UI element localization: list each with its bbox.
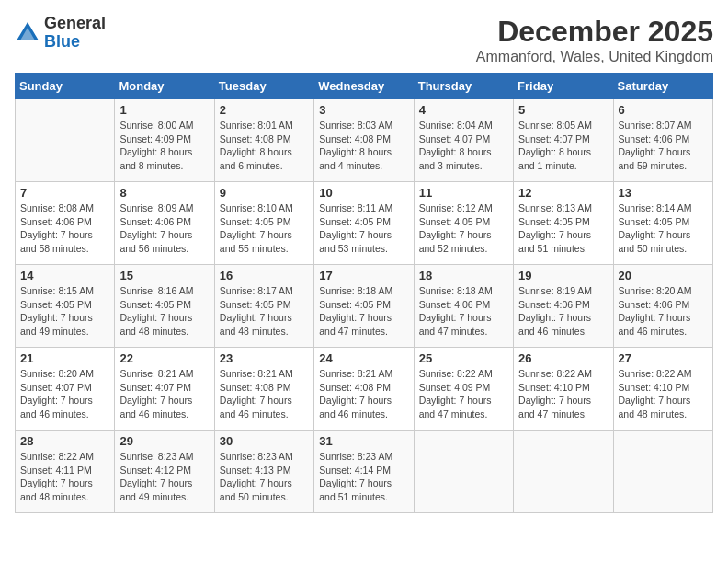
day-info: Sunrise: 8:22 AMSunset: 4:09 PMDaylight:… bbox=[419, 367, 508, 421]
calendar-day-cell: 7Sunrise: 8:08 AMSunset: 4:06 PMDaylight… bbox=[16, 182, 115, 265]
calendar-day-cell: 9Sunrise: 8:10 AMSunset: 4:05 PMDaylight… bbox=[214, 182, 313, 265]
page-header: General Blue December 2025 Ammanford, Wa… bbox=[15, 15, 713, 65]
day-number: 25 bbox=[419, 351, 508, 365]
calendar-day-cell: 18Sunrise: 8:18 AMSunset: 4:06 PMDayligh… bbox=[414, 265, 513, 348]
weekday-header-cell: Tuesday bbox=[214, 74, 313, 99]
day-info: Sunrise: 8:22 AMSunset: 4:10 PMDaylight:… bbox=[619, 367, 708, 421]
calendar-day-cell: 15Sunrise: 8:16 AMSunset: 4:05 PMDayligh… bbox=[115, 265, 214, 348]
day-info: Sunrise: 8:23 AMSunset: 4:14 PMDaylight:… bbox=[319, 450, 408, 504]
day-number: 16 bbox=[220, 269, 309, 282]
day-number: 30 bbox=[220, 434, 309, 448]
calendar-day-cell: 20Sunrise: 8:20 AMSunset: 4:06 PMDayligh… bbox=[613, 265, 712, 348]
day-number: 1 bbox=[119, 103, 209, 117]
day-info: Sunrise: 8:22 AMSunset: 4:11 PMDaylight:… bbox=[20, 450, 109, 504]
day-number: 13 bbox=[619, 186, 708, 200]
title-block: December 2025 Ammanford, Wales, United K… bbox=[476, 15, 713, 65]
month-title: December 2025 bbox=[476, 15, 713, 49]
day-info: Sunrise: 8:07 AMSunset: 4:06 PMDaylight:… bbox=[619, 119, 708, 173]
day-number: 8 bbox=[119, 186, 209, 200]
calendar-day-cell bbox=[16, 99, 115, 182]
day-info: Sunrise: 8:11 AMSunset: 4:05 PMDaylight:… bbox=[319, 201, 408, 256]
day-info: Sunrise: 8:09 AMSunset: 4:06 PMDaylight:… bbox=[119, 201, 209, 256]
calendar-day-cell bbox=[514, 431, 613, 513]
day-number: 24 bbox=[319, 351, 408, 365]
day-info: Sunrise: 8:20 AMSunset: 4:06 PMDaylight:… bbox=[619, 284, 708, 339]
calendar-day-cell: 5Sunrise: 8:05 AMSunset: 4:07 PMDaylight… bbox=[514, 99, 613, 182]
calendar-day-cell: 1Sunrise: 8:00 AMSunset: 4:09 PMDaylight… bbox=[115, 99, 214, 182]
weekday-header-cell: Thursday bbox=[414, 74, 513, 99]
day-number: 20 bbox=[619, 269, 708, 282]
day-number: 2 bbox=[220, 103, 309, 117]
day-number: 4 bbox=[419, 103, 508, 117]
logo-icon bbox=[15, 20, 40, 46]
day-info: Sunrise: 8:21 AMSunset: 4:08 PMDaylight:… bbox=[319, 367, 408, 421]
day-number: 19 bbox=[518, 269, 608, 282]
day-number: 31 bbox=[319, 434, 408, 448]
calendar-day-cell: 28Sunrise: 8:22 AMSunset: 4:11 PMDayligh… bbox=[16, 431, 115, 513]
calendar-week-row: 14Sunrise: 8:15 AMSunset: 4:05 PMDayligh… bbox=[16, 265, 713, 348]
calendar-day-cell: 25Sunrise: 8:22 AMSunset: 4:09 PMDayligh… bbox=[414, 348, 513, 431]
day-number: 28 bbox=[20, 434, 109, 448]
weekday-header-cell: Wednesday bbox=[314, 74, 414, 99]
day-info: Sunrise: 8:16 AMSunset: 4:05 PMDaylight:… bbox=[119, 284, 209, 339]
day-info: Sunrise: 8:21 AMSunset: 4:08 PMDaylight:… bbox=[220, 367, 309, 421]
calendar-day-cell: 6Sunrise: 8:07 AMSunset: 4:06 PMDaylight… bbox=[613, 99, 712, 182]
day-number: 15 bbox=[119, 269, 209, 282]
calendar-day-cell: 12Sunrise: 8:13 AMSunset: 4:05 PMDayligh… bbox=[514, 182, 613, 265]
day-info: Sunrise: 8:14 AMSunset: 4:05 PMDaylight:… bbox=[619, 201, 708, 256]
calendar-day-cell: 8Sunrise: 8:09 AMSunset: 4:06 PMDaylight… bbox=[115, 182, 214, 265]
logo-text: General Blue bbox=[44, 15, 106, 52]
day-info: Sunrise: 8:15 AMSunset: 4:05 PMDaylight:… bbox=[20, 284, 109, 339]
day-number: 5 bbox=[518, 103, 608, 117]
calendar-week-row: 7Sunrise: 8:08 AMSunset: 4:06 PMDaylight… bbox=[16, 182, 713, 265]
day-info: Sunrise: 8:05 AMSunset: 4:07 PMDaylight:… bbox=[518, 119, 608, 173]
calendar-day-cell: 22Sunrise: 8:21 AMSunset: 4:07 PMDayligh… bbox=[115, 348, 214, 431]
calendar-day-cell: 10Sunrise: 8:11 AMSunset: 4:05 PMDayligh… bbox=[314, 182, 414, 265]
calendar-week-row: 21Sunrise: 8:20 AMSunset: 4:07 PMDayligh… bbox=[16, 348, 713, 431]
day-info: Sunrise: 8:20 AMSunset: 4:07 PMDaylight:… bbox=[20, 367, 109, 421]
logo: General Blue bbox=[15, 15, 106, 52]
calendar-day-cell: 24Sunrise: 8:21 AMSunset: 4:08 PMDayligh… bbox=[314, 348, 414, 431]
day-info: Sunrise: 8:17 AMSunset: 4:05 PMDaylight:… bbox=[220, 284, 309, 339]
day-info: Sunrise: 8:19 AMSunset: 4:06 PMDaylight:… bbox=[518, 284, 608, 339]
day-info: Sunrise: 8:21 AMSunset: 4:07 PMDaylight:… bbox=[119, 367, 209, 421]
calendar-week-row: 28Sunrise: 8:22 AMSunset: 4:11 PMDayligh… bbox=[16, 431, 713, 513]
weekday-header-cell: Monday bbox=[115, 74, 214, 99]
location-subtitle: Ammanford, Wales, United Kingdom bbox=[476, 49, 713, 65]
calendar-day-cell: 19Sunrise: 8:19 AMSunset: 4:06 PMDayligh… bbox=[514, 265, 613, 348]
calendar-day-cell bbox=[613, 431, 712, 513]
day-number: 18 bbox=[419, 269, 508, 282]
weekday-header-cell: Sunday bbox=[16, 74, 115, 99]
calendar-body: 1Sunrise: 8:00 AMSunset: 4:09 PMDaylight… bbox=[16, 99, 713, 513]
calendar-day-cell: 11Sunrise: 8:12 AMSunset: 4:05 PMDayligh… bbox=[414, 182, 513, 265]
calendar-day-cell: 27Sunrise: 8:22 AMSunset: 4:10 PMDayligh… bbox=[613, 348, 712, 431]
day-info: Sunrise: 8:12 AMSunset: 4:05 PMDaylight:… bbox=[419, 201, 508, 256]
day-number: 6 bbox=[619, 103, 708, 117]
calendar-day-cell: 21Sunrise: 8:20 AMSunset: 4:07 PMDayligh… bbox=[16, 348, 115, 431]
day-number: 21 bbox=[20, 351, 109, 365]
calendar-day-cell: 23Sunrise: 8:21 AMSunset: 4:08 PMDayligh… bbox=[214, 348, 313, 431]
day-number: 7 bbox=[20, 186, 109, 200]
day-info: Sunrise: 8:23 AMSunset: 4:13 PMDaylight:… bbox=[220, 450, 309, 504]
calendar-day-cell: 14Sunrise: 8:15 AMSunset: 4:05 PMDayligh… bbox=[16, 265, 115, 348]
calendar-day-cell: 2Sunrise: 8:01 AMSunset: 4:08 PMDaylight… bbox=[214, 99, 313, 182]
day-info: Sunrise: 8:10 AMSunset: 4:05 PMDaylight:… bbox=[220, 201, 309, 256]
day-number: 11 bbox=[419, 186, 508, 200]
calendar-day-cell: 13Sunrise: 8:14 AMSunset: 4:05 PMDayligh… bbox=[613, 182, 712, 265]
calendar-day-cell: 17Sunrise: 8:18 AMSunset: 4:05 PMDayligh… bbox=[314, 265, 414, 348]
day-number: 17 bbox=[319, 269, 408, 282]
day-info: Sunrise: 8:23 AMSunset: 4:12 PMDaylight:… bbox=[119, 450, 209, 504]
day-number: 3 bbox=[319, 103, 408, 117]
calendar-day-cell: 4Sunrise: 8:04 AMSunset: 4:07 PMDaylight… bbox=[414, 99, 513, 182]
calendar-day-cell: 26Sunrise: 8:22 AMSunset: 4:10 PMDayligh… bbox=[514, 348, 613, 431]
weekday-header-cell: Saturday bbox=[613, 74, 712, 99]
day-number: 26 bbox=[518, 351, 608, 365]
logo-blue: Blue bbox=[44, 32, 80, 51]
day-number: 27 bbox=[619, 351, 708, 365]
calendar-day-cell: 3Sunrise: 8:03 AMSunset: 4:08 PMDaylight… bbox=[314, 99, 414, 182]
calendar-week-row: 1Sunrise: 8:00 AMSunset: 4:09 PMDaylight… bbox=[16, 99, 713, 182]
calendar-day-cell: 29Sunrise: 8:23 AMSunset: 4:12 PMDayligh… bbox=[115, 431, 214, 513]
weekday-header-row: SundayMondayTuesdayWednesdayThursdayFrid… bbox=[16, 74, 713, 99]
day-number: 10 bbox=[319, 186, 408, 200]
day-info: Sunrise: 8:18 AMSunset: 4:05 PMDaylight:… bbox=[319, 284, 408, 339]
